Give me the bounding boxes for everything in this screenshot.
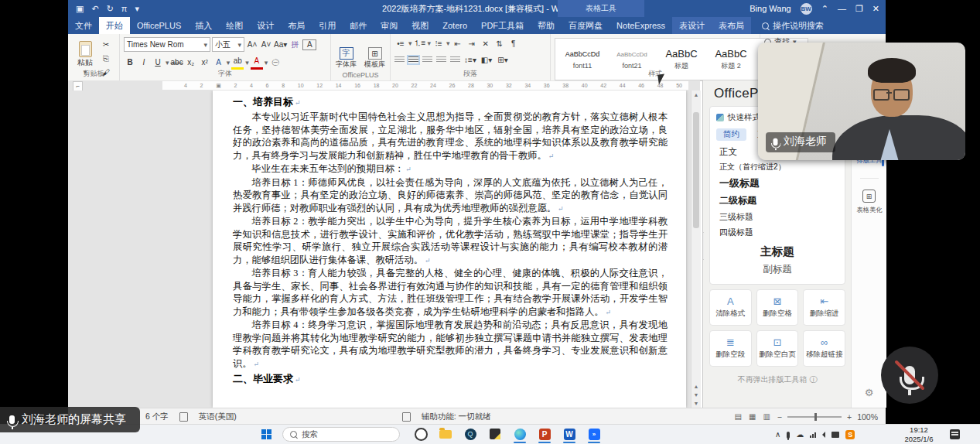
undo-icon[interactable]: ↶ <box>91 4 98 14</box>
zoom-out-icon[interactable]: − <box>777 412 782 422</box>
sogou-input-icon[interactable]: S <box>845 430 855 439</box>
ribbon-display-options-icon[interactable]: ⌃ <box>821 4 828 14</box>
numbered-list-icon[interactable]: ⒈≡ <box>414 37 426 50</box>
language-indicator[interactable]: 英语(美国) <box>199 412 237 422</box>
justify-icon[interactable] <box>436 56 446 63</box>
pane-style-item[interactable]: 主标题 <box>716 240 838 261</box>
change-case-icon[interactable]: Aa▾ <box>274 39 287 51</box>
copy-icon[interactable]: ⎘ <box>100 53 112 65</box>
ribbon-tab[interactable]: 插入 <box>188 17 219 34</box>
account-name[interactable]: Bing Wang <box>750 4 790 13</box>
action-center-icon[interactable] <box>950 429 960 439</box>
taskbar-icon-meeting[interactable]: » <box>586 426 602 442</box>
subscript-button[interactable]: x₂ <box>185 56 197 69</box>
ribbon-tab[interactable]: PDF工具箱 <box>474 17 531 34</box>
contextual-tab[interactable]: 表布局 <box>712 17 751 34</box>
read-mode-icon[interactable]: ▤ <box>735 412 743 421</box>
horizontal-ruler[interactable]: ⌐ 42▣24681012141618202224262830323436384… <box>68 80 700 91</box>
scroll-down-icon[interactable]: ▼ <box>691 399 701 408</box>
pane-footer[interactable]: 不再弹出排版工具箱 ⓘ <box>703 374 852 385</box>
taskbar-icon-copilot[interactable] <box>413 426 429 442</box>
sort-icon[interactable]: ⇅ <box>493 37 506 50</box>
italic-button[interactable]: I <box>138 56 150 69</box>
pane-style-item[interactable]: 一级标题 <box>716 174 838 192</box>
ribbon-tab[interactable]: 布局 <box>281 17 312 34</box>
taskbar-icon-word[interactable]: W <box>562 426 577 442</box>
grow-font-icon[interactable]: A˄ <box>246 39 258 51</box>
enclose-characters-icon[interactable]: ㊀ <box>269 56 282 69</box>
pane-style-item[interactable]: 三级标题 <box>716 209 838 224</box>
distribute-icon[interactable] <box>450 56 460 63</box>
pane-tool-button[interactable]: ⇤ 删除缩进 <box>803 289 845 326</box>
taskbar-icon-globe-browser[interactable]: Q <box>463 426 478 442</box>
table-beautify-button[interactable]: ⊞ 表格美化 <box>852 190 886 215</box>
show-marks-icon[interactable]: ¶ <box>507 37 520 50</box>
cut-icon[interactable]: ✂ <box>100 39 112 51</box>
align-center-icon[interactable] <box>408 56 418 63</box>
underline-button[interactable]: U <box>152 56 164 69</box>
bold-button[interactable]: B <box>124 56 136 69</box>
ribbon-tab[interactable]: 设计 <box>250 17 281 34</box>
ribbon-tab[interactable]: NoteExpress <box>610 17 672 34</box>
account-avatar[interactable]: BW <box>801 3 812 15</box>
ribbon-tab[interactable]: 邮件 <box>343 17 374 34</box>
taskbar-icon-edge[interactable] <box>512 426 528 442</box>
minimize-button[interactable]: — <box>838 4 846 13</box>
scrollbar-thumb[interactable] <box>693 112 699 228</box>
decrease-indent-icon[interactable]: ⇤ <box>452 37 464 50</box>
ribbon-tab[interactable]: 引用 <box>312 17 343 34</box>
ribbon-tab[interactable]: 开始 <box>99 17 130 34</box>
mic-muted-button[interactable] <box>881 347 938 404</box>
macro-icon[interactable] <box>402 412 411 422</box>
line-spacing-icon[interactable]: ↕≡▾ <box>464 53 476 66</box>
save-icon[interactable]: ▣ <box>76 4 84 14</box>
ribbon-tab[interactable]: Zotero <box>435 17 474 34</box>
web-layout-icon[interactable]: ▥ <box>763 412 771 421</box>
strikethrough-button[interactable]: abc <box>171 56 183 69</box>
pane-tool-button[interactable]: ≣ 删除空段 <box>709 330 752 367</box>
phonetic-guide-icon[interactable]: 拼 <box>289 39 301 51</box>
borders-icon[interactable]: ⊞▾ <box>497 53 509 66</box>
print-layout-icon[interactable]: ▦ <box>749 412 757 421</box>
superscript-button[interactable]: x² <box>199 56 211 69</box>
font-size-combo[interactable]: 小五▾ <box>212 37 244 52</box>
ribbon-tab[interactable]: 绘图 <box>219 17 250 34</box>
asian-layout-icon[interactable]: ✕ <box>480 37 492 50</box>
document-text[interactable]: 一、培养目标 本专业以习近平新时代中国特色社会主义思想为指导，全面贯彻党的教育方… <box>233 94 668 388</box>
pane-tool-button[interactable]: A 清除格式 <box>709 289 752 326</box>
start-button[interactable] <box>261 429 271 439</box>
zoom-in-icon[interactable]: + <box>847 412 852 422</box>
presenter-webcam[interactable]: 刘海老师 <box>758 43 965 160</box>
ribbon-tab[interactable]: 视图 <box>405 17 435 34</box>
character-border-icon[interactable]: A <box>302 39 316 50</box>
align-right-icon[interactable] <box>422 56 432 63</box>
text-effects-icon[interactable]: A <box>213 56 225 69</box>
settings-gear-icon[interactable]: ⚙ <box>852 387 886 398</box>
speaker-icon[interactable] <box>822 432 825 438</box>
pane-tool-button[interactable]: ⊠ 删除空格 <box>756 289 799 326</box>
align-left-icon[interactable] <box>394 56 405 63</box>
tray-microphone-icon[interactable] <box>787 432 790 439</box>
close-button[interactable]: ✕ <box>872 4 879 14</box>
pane-style-item[interactable]: 二级标题 <box>716 192 838 209</box>
highlight-color-icon[interactable]: ab <box>231 55 244 70</box>
shrink-font-icon[interactable]: A˅ <box>260 39 272 51</box>
taskbar-icon-file-explorer[interactable] <box>438 426 453 442</box>
taskbar-search[interactable]: 搜索 <box>282 427 400 442</box>
ribbon-tab[interactable]: 审阅 <box>374 17 405 34</box>
ribbon-tab[interactable]: 文件 <box>68 17 99 34</box>
pane-tool-button[interactable]: ⊡ 删除空白页 <box>756 330 799 367</box>
redo-icon[interactable]: ↻ <box>107 4 114 14</box>
pane-tool-button[interactable]: ∞ 移除超链接 <box>803 330 845 367</box>
ribbon-tab[interactable]: OfficePLUS <box>130 17 188 34</box>
multilevel-list-icon[interactable]: ⁝≡ <box>432 37 445 50</box>
scroll-up-icon[interactable]: ▲ <box>691 91 701 99</box>
font-color-icon[interactable]: A <box>251 55 263 70</box>
zoom-slider-thumb[interactable] <box>814 413 817 421</box>
onedrive-cloud-icon[interactable]: ☁ <box>796 431 804 439</box>
qat-customize-icon[interactable]: ▾ <box>135 4 139 14</box>
ribbon-tab[interactable]: 百度网盘 <box>562 17 610 34</box>
zoom-level[interactable]: 100% <box>857 412 878 422</box>
document-page[interactable]: 一、培养目标 本专业以习近平新时代中国特色社会主义思想为指导，全面贯彻党的教育方… <box>213 91 686 408</box>
pane-style-item[interactable]: 副标题 <box>716 261 838 278</box>
